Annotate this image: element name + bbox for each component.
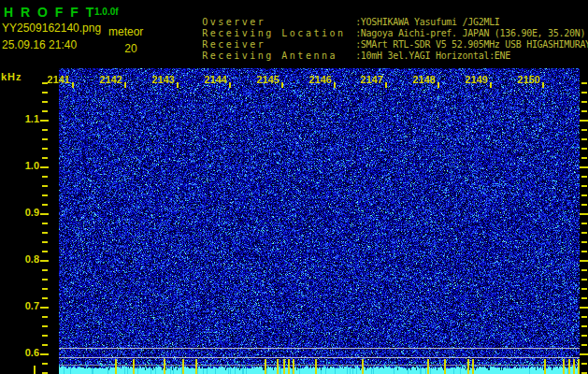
axis-tick: [42, 148, 48, 150]
axis-tick: [581, 344, 587, 346]
axis-tick: [40, 166, 49, 168]
axis-tick: [40, 213, 49, 215]
info-value: :10mH 3el.YAGI Horizontal:ENE: [355, 50, 510, 61]
info-value: :Nagoya Aichi-pref. JAPAN (136.90E, 35.2…: [355, 28, 585, 38]
axis-tick: [42, 176, 48, 178]
y-tick-label: 0.6: [9, 347, 39, 358]
axis-tick: [72, 82, 74, 88]
axis-tick: [42, 204, 48, 206]
x-tick-label: 2144: [195, 74, 227, 85]
output-filename: YY2509162140.png: [2, 22, 101, 35]
axis-tick: [42, 279, 48, 280]
axis-tick: [581, 297, 587, 299]
axis-tick: [581, 232, 587, 234]
axis-tick: [581, 129, 587, 131]
axis-tick: [581, 269, 587, 271]
y-tick-label: 0.7: [9, 300, 39, 311]
axis-tick: [281, 82, 283, 88]
axis-tick: [42, 269, 48, 271]
axis-tick: [42, 101, 48, 103]
axis-tick: [42, 232, 48, 234]
axis-tick: [581, 335, 587, 337]
x-tick-label: 2143: [143, 74, 175, 85]
x-tick-label: 2150: [509, 74, 540, 85]
y-tick-label: 1.0: [9, 160, 39, 171]
axis-tick: [581, 204, 587, 206]
axis-tick: [42, 363, 48, 365]
x-tick-label: 2142: [91, 74, 122, 85]
y-tick-label: 0.9: [9, 207, 39, 218]
axis-tick: [581, 138, 587, 140]
axis-tick: [542, 82, 544, 88]
axis-tick: [581, 176, 587, 178]
station-info: Ovserver:YOSHIKAWA Yasufumi /JG2MLI Rece…: [168, 6, 588, 50]
axis-tick: [581, 101, 587, 103]
axis-tick: [581, 363, 587, 365]
meteor-count: 20: [117, 42, 145, 55]
axis-tick: [437, 82, 439, 88]
axis-tick: [581, 241, 587, 243]
axis-tick: [581, 316, 587, 318]
info-row-observer: Ovserver:YOSHIKAWA Yasufumi /JG2MLI: [168, 6, 588, 17]
axis-tick: [42, 194, 48, 196]
axis-tick: [581, 251, 587, 252]
axis-tick: [42, 185, 48, 187]
mode-label: meteor: [108, 25, 143, 38]
axis-tick: [177, 82, 179, 88]
axis-tick: [580, 307, 588, 309]
y-tick-label: 1.1: [9, 113, 39, 124]
hrofft-window: H R O F F T 1.0.0f YY2509162140.png mete…: [0, 0, 588, 374]
axis-tick: [40, 260, 49, 262]
axis-tick: [581, 325, 587, 327]
axis-tick: [42, 251, 48, 252]
axis-tick: [42, 110, 48, 112]
axis-tick: [42, 138, 48, 140]
axis-tick: [42, 288, 48, 290]
axis-tick: [229, 82, 231, 88]
axis-tick: [40, 120, 49, 122]
carrier-marker: [34, 366, 36, 374]
info-label: Ovserver: [202, 17, 355, 28]
x-tick-label: 2147: [351, 74, 383, 85]
x-tick-label: 2145: [248, 74, 280, 85]
y-axis-unit: kHz: [1, 71, 22, 82]
axis-tick: [42, 344, 48, 346]
info-value: :YOSHIKAWA Yasufumi /JG2MLI: [355, 17, 499, 27]
axis-tick: [334, 82, 336, 88]
axis-tick: [581, 92, 587, 94]
axis-tick: [581, 185, 587, 187]
axis-tick: [581, 110, 587, 112]
axis-tick: [124, 82, 126, 88]
axis-tick: [42, 241, 48, 243]
app-title: H R O F F T: [4, 5, 95, 20]
axis-tick: [42, 335, 48, 337]
axis-tick: [581, 288, 587, 290]
axis-tick: [385, 82, 387, 88]
x-tick-label: 2146: [300, 74, 332, 85]
axis-tick: [42, 82, 48, 84]
axis-tick: [581, 157, 587, 159]
axis-tick: [42, 92, 48, 94]
axis-tick: [581, 194, 587, 196]
axis-tick: [42, 223, 48, 224]
axis-tick: [42, 129, 48, 131]
spectrogram-canvas: [59, 68, 580, 374]
axis-tick: [581, 82, 587, 84]
axis-tick: [40, 353, 49, 355]
axis-tick: [580, 213, 588, 215]
axis-tick: [581, 279, 587, 280]
axis-tick: [580, 260, 588, 262]
info-value: :SMArt RTL-SDR V5 52.905MHz USB HIGASHIM…: [355, 39, 588, 50]
axis-tick: [42, 325, 48, 327]
axis-tick: [42, 316, 48, 318]
axis-tick: [580, 120, 588, 122]
axis-tick: [42, 297, 48, 299]
info-label: Receiver: [202, 39, 355, 50]
x-tick-label: 2149: [456, 74, 488, 85]
axis-tick: [580, 166, 588, 168]
datetime-label: 25.09.16 21:40: [2, 38, 77, 51]
info-label: Receiving Antenna: [202, 50, 355, 62]
app-version: 1.0.0f: [94, 7, 119, 17]
axis-tick: [490, 82, 492, 88]
x-tick-label: 2148: [404, 74, 436, 85]
